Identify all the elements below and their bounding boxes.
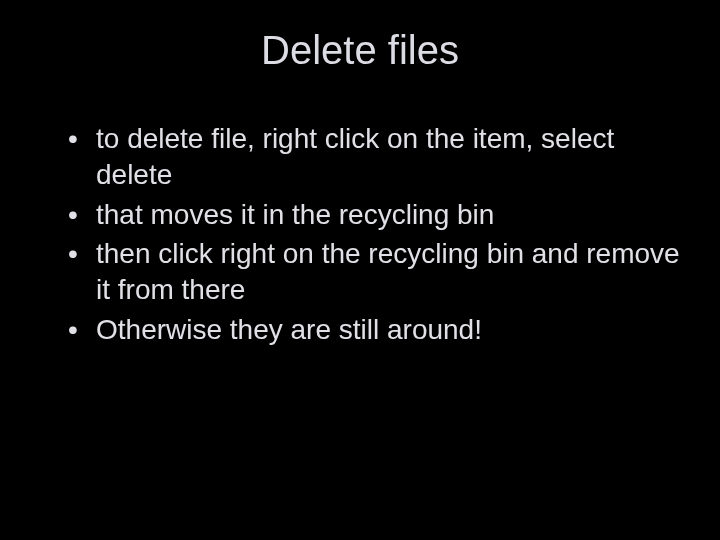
list-item: that moves it in the recycling bin bbox=[68, 197, 680, 233]
list-item: Otherwise they are still around! bbox=[68, 312, 680, 348]
slide: Delete files to delete file, right click… bbox=[0, 0, 720, 540]
list-item: to delete file, right click on the item,… bbox=[68, 121, 680, 193]
list-item: then click right on the recycling bin an… bbox=[68, 236, 680, 308]
bullet-list: to delete file, right click on the item,… bbox=[40, 121, 680, 348]
slide-title: Delete files bbox=[40, 28, 680, 73]
